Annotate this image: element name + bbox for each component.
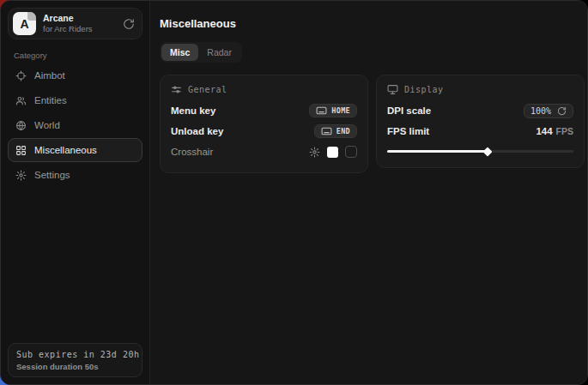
sidebar-item-settings[interactable]: Settings	[8, 163, 142, 187]
session-duration-text: Session duration 50s	[16, 362, 134, 371]
fps-limit-value: 144	[536, 126, 552, 136]
refresh-icon	[557, 106, 567, 116]
keyboard-icon	[321, 127, 332, 135]
general-card-header: General	[171, 84, 357, 95]
fps-limit-unit: FPS	[556, 126, 573, 136]
brand-card: A Arcane for Arc Riders	[8, 8, 142, 39]
crosshair-label: Crosshair	[171, 147, 213, 157]
users-icon	[15, 95, 27, 106]
sidebar-item-entities[interactable]: Entities	[8, 88, 142, 112]
sidebar-item-label: World	[34, 120, 60, 130]
menu-key-row: Menu key HOME	[171, 100, 357, 121]
crosshair-color-swatch[interactable]	[327, 147, 338, 158]
app-window: A Arcane for Arc Riders Category Aim	[0, 0, 588, 385]
brand-text: Arcane for Arc Riders	[43, 13, 116, 34]
sliders-icon	[171, 84, 182, 95]
crosshair-controls	[309, 146, 357, 158]
menu-key-value: HOME	[331, 106, 350, 115]
category-label: Category	[14, 51, 142, 60]
fps-slider-fill	[387, 150, 488, 153]
fps-limit-label: FPS limit	[387, 126, 429, 136]
fps-limit-row: FPS limit 144 FPS	[387, 121, 573, 141]
display-card: Display DPI scale 100% FPS limit	[376, 75, 585, 168]
display-card-title: Display	[404, 85, 444, 94]
display-card-header: Display	[387, 84, 573, 95]
sidebar-item-label: Settings	[34, 170, 70, 180]
dpi-scale-value: 100%	[530, 106, 551, 116]
tab-bar: Misc Radar	[160, 42, 242, 63]
brand-subtitle: for Arc Riders	[43, 24, 116, 34]
sidebar-item-aimbot[interactable]: Aimbot	[8, 63, 142, 87]
tab-misc[interactable]: Misc	[161, 44, 198, 61]
fps-limit-value-wrap: 144 FPS	[536, 126, 573, 136]
general-card: General Menu key HOME Unload key	[160, 75, 368, 173]
refresh-icon[interactable]	[123, 18, 135, 30]
crosshair-settings-gear-icon[interactable]	[309, 147, 320, 158]
sidebar-item-label: Aimbot	[34, 70, 65, 81]
monitor-icon	[387, 84, 398, 95]
general-card-title: General	[188, 85, 227, 94]
page-title: Miscellaneous	[160, 17, 585, 30]
grid-icon	[15, 145, 27, 156]
brand-logo-letter: A	[20, 17, 28, 31]
brand-title: Arcane	[43, 13, 116, 24]
sidebar: A Arcane for Arc Riders Category Aim	[1, 1, 150, 384]
dpi-scale-label: DPI scale	[387, 105, 431, 116]
brand-logo: A	[13, 12, 36, 35]
globe-icon	[15, 120, 27, 131]
fps-limit-slider[interactable]	[387, 145, 573, 157]
sidebar-item-label: Miscellaneous	[34, 145, 97, 155]
unload-key-value: END	[336, 127, 350, 135]
unload-key-button[interactable]: END	[314, 124, 357, 138]
crosshair-icon	[15, 70, 27, 81]
keyboard-icon	[316, 106, 327, 115]
sidebar-nav: Aimbot Entities World	[8, 63, 142, 187]
unload-key-row: Unload key END	[171, 121, 357, 141]
sidebar-item-label: Entities	[34, 95, 67, 105]
crosshair-checkbox[interactable]	[345, 146, 357, 158]
dpi-scale-row: DPI scale 100%	[387, 100, 573, 121]
crosshair-row: Crosshair	[171, 141, 357, 162]
menu-key-button[interactable]: HOME	[309, 104, 357, 117]
menu-key-label: Menu key	[171, 105, 215, 116]
sidebar-item-world[interactable]: World	[8, 113, 142, 137]
unload-key-label: Unload key	[171, 126, 223, 136]
main-content: Miscellaneous Misc Radar General Menu ke…	[150, 1, 588, 384]
subscription-info-card: Sub expires in 23d 20h Session duration …	[8, 343, 142, 377]
fps-slider-thumb[interactable]	[483, 147, 493, 156]
gear-icon	[15, 170, 27, 181]
dpi-scale-select[interactable]: 100%	[524, 104, 573, 118]
sub-expiry-text: Sub expires in 23d 20h	[16, 350, 134, 359]
sidebar-item-miscellaneous[interactable]: Miscellaneous	[8, 138, 142, 162]
tab-radar[interactable]: Radar	[198, 44, 240, 61]
cards-row: General Menu key HOME Unload key	[160, 75, 585, 173]
